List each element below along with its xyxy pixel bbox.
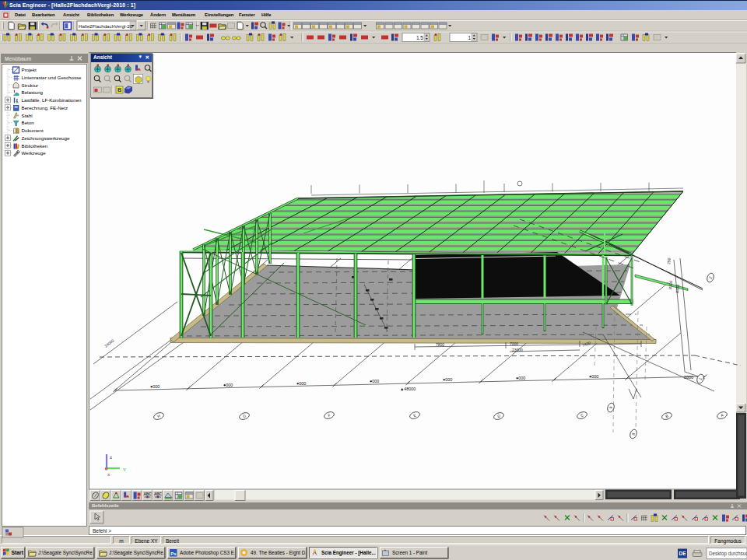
svg-text:Dokument: Dokument (22, 128, 44, 133)
svg-text:Werkzeuge: Werkzeuge (22, 150, 47, 156)
svg-text:Struktur: Struktur (22, 82, 39, 88)
svg-text:Berechnung, FE-Netz: Berechnung, FE-Netz (22, 105, 68, 110)
svg-text:Belastung: Belastung (22, 89, 44, 95)
svg-text:Stahl: Stahl (22, 113, 33, 118)
svg-text:Lastfälle, LF-Kombinationen: Lastfälle, LF-Kombinationen (22, 97, 82, 103)
svg-text:Beton: Beton (22, 120, 35, 125)
svg-text:Zeichnungswerkzeuge: Zeichnungswerkzeuge (22, 135, 70, 141)
svg-text:Linienraster und Geschosse: Linienraster und Geschosse (22, 75, 82, 80)
svg-text:Projekt: Projekt (22, 67, 37, 72)
svg-text:Bibliotheken: Bibliotheken (22, 143, 48, 149)
